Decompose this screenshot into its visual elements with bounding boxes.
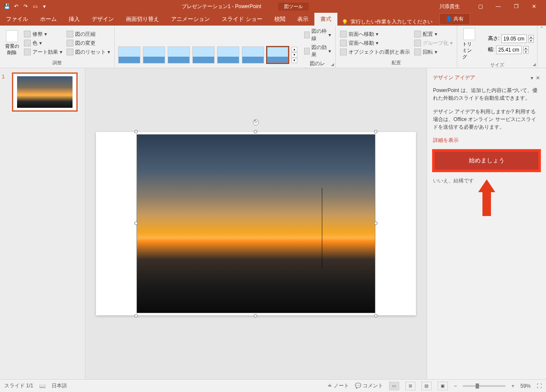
rotate-handle-icon[interactable] <box>253 119 259 125</box>
group-picture-styles: ▴▾▾ 図の枠線▾ 図の効果▾ 図のレイアウト▾ 図のスタイル ◢ <box>115 26 336 68</box>
contextual-tab-label: 図ツール <box>278 3 309 11</box>
tab-transitions[interactable]: 画面切り替え <box>120 13 165 26</box>
spin-up-icon[interactable]: ▴ <box>523 46 529 50</box>
slide-counter[interactable]: スライド 1/1 <box>4 382 33 389</box>
fit-to-window-icon[interactable]: ⛶ <box>537 383 542 389</box>
language[interactable]: 日本語 <box>52 382 67 389</box>
corrections-button[interactable]: 修整▾ <box>23 30 63 38</box>
style-thumb[interactable] <box>242 46 264 63</box>
details-link[interactable]: 詳細を表示 <box>433 137 459 144</box>
slide-canvas[interactable] <box>96 132 416 315</box>
scroll-down-icon[interactable]: ▾ <box>291 52 297 58</box>
style-thumb-selected[interactable] <box>267 46 289 63</box>
inserted-picture[interactable] <box>136 134 375 313</box>
width-spinner[interactable]: ▴▾ <box>523 46 529 54</box>
compress-pictures-button[interactable]: 図の圧縮 <box>66 30 111 38</box>
crop-button[interactable]: トリミング <box>461 27 478 61</box>
picture-border-button[interactable]: 図の枠線▾ <box>303 27 332 43</box>
user-name[interactable]: 川添貴生 <box>439 3 460 10</box>
artistic-effects-button[interactable]: アート効果▾ <box>23 48 63 56</box>
redo-icon[interactable]: ↷ <box>22 3 29 10</box>
slide-thumbnails-panel[interactable]: 1 <box>0 68 85 379</box>
style-thumb[interactable] <box>168 46 190 63</box>
start-from-beginning-icon[interactable]: ▭ <box>32 3 38 10</box>
height-spinner[interactable]: ▴▾ <box>529 35 534 43</box>
tab-format[interactable]: 書式 <box>314 13 337 26</box>
style-thumb[interactable] <box>118 46 140 63</box>
spin-down-icon[interactable]: ▾ <box>523 50 529 54</box>
color-button[interactable]: 色▾ <box>23 39 63 47</box>
pane-menu-icon[interactable]: ▾ <box>531 75 533 81</box>
align-button[interactable]: 配置▾ <box>413 30 453 38</box>
gallery-scroll[interactable]: ▴▾▾ <box>291 47 297 63</box>
tab-view[interactable]: 表示 <box>291 13 314 26</box>
resize-handle[interactable] <box>254 130 257 133</box>
align-icon <box>414 31 421 37</box>
dialog-launcher-icon[interactable]: ◢ <box>533 62 536 66</box>
reading-view-icon[interactable]: ▤ <box>421 382 432 390</box>
start-button[interactable]: 始めましょう <box>433 150 540 171</box>
slide-editor[interactable] <box>85 68 427 379</box>
change-picture-button[interactable]: 図の変更 <box>66 39 111 47</box>
share-button[interactable]: 👤 共有 <box>439 13 470 25</box>
style-thumb[interactable] <box>143 46 165 63</box>
picture-effects-button[interactable]: 図の効果▾ <box>303 43 332 59</box>
width-input[interactable] <box>496 46 522 54</box>
zoom-in-icon[interactable]: + <box>511 383 514 389</box>
ribbon-tabs: ファイル ホーム 挿入 デザイン 画面切り替え アニメーション スライド ショー… <box>0 13 546 26</box>
comments-button[interactable]: 💬 コメント <box>355 382 383 389</box>
resize-handle[interactable] <box>374 314 378 317</box>
gallery-more-icon[interactable]: ▾ <box>291 58 297 63</box>
scroll-up-icon[interactable]: ▴ <box>291 47 297 52</box>
tab-home[interactable]: ホーム <box>34 13 63 26</box>
restore-icon[interactable]: ❐ <box>508 1 525 12</box>
tell-me[interactable]: 💡 実行したい作業を入力してください <box>337 18 437 26</box>
ribbon-options-icon[interactable]: ▢ <box>472 1 489 12</box>
ribbon: 背景の 削除 修整▾ 色▾ アート効果▾ 図の圧縮 図の変更 図のリセット▾ 調… <box>0 26 546 68</box>
tab-animations[interactable]: アニメーション <box>165 13 216 26</box>
minimize-icon[interactable]: — <box>490 1 507 12</box>
undo-icon[interactable]: ↶ <box>13 3 20 10</box>
resize-handle[interactable] <box>134 130 138 133</box>
resize-handle[interactable] <box>374 130 378 133</box>
reset-picture-button[interactable]: 図のリセット▾ <box>66 48 111 56</box>
selection-pane-button[interactable]: オブジェクトの選択と表示 <box>339 48 411 56</box>
zoom-slider[interactable] <box>463 385 505 387</box>
bring-forward-button[interactable]: 前面へ移動▾ <box>339 30 411 38</box>
sorter-view-icon[interactable]: ⊞ <box>405 382 415 390</box>
tab-file[interactable]: ファイル <box>0 13 34 26</box>
collapse-ribbon-icon[interactable]: ⌃ <box>537 26 546 68</box>
resize-handle[interactable] <box>134 222 138 225</box>
style-thumb[interactable] <box>192 46 215 63</box>
zoom-level[interactable]: 59% <box>520 383 531 389</box>
rotate-icon <box>414 49 421 55</box>
resize-handle[interactable] <box>254 314 257 317</box>
dialog-launcher-icon[interactable]: ◢ <box>331 62 334 66</box>
tab-review[interactable]: 校閲 <box>268 13 291 26</box>
normal-view-icon[interactable]: ▭ <box>389 382 399 390</box>
save-icon[interactable]: 💾 <box>3 3 10 10</box>
qat-more-icon[interactable]: ▾ <box>41 3 48 10</box>
group-button[interactable]: グループ化▾ <box>413 39 453 47</box>
resize-handle[interactable] <box>374 222 378 225</box>
zoom-out-icon[interactable]: − <box>454 383 457 389</box>
group-arrange: 前面へ移動▾ 背面へ移動▾ オブジェクトの選択と表示 配置▾ グループ化▾ 回転… <box>336 26 457 68</box>
spell-check-icon[interactable]: 📖 <box>39 383 46 389</box>
height-input[interactable] <box>501 35 527 43</box>
tab-slideshow[interactable]: スライド ショー <box>216 13 268 26</box>
tab-design[interactable]: デザイン <box>86 13 120 26</box>
spin-up-icon[interactable]: ▴ <box>529 35 534 39</box>
pane-close-icon[interactable]: ✕ <box>536 75 540 81</box>
remove-background-button[interactable]: 背景の 削除 <box>3 29 20 57</box>
notes-button[interactable]: ≐ ノート <box>328 382 349 389</box>
spin-down-icon[interactable]: ▾ <box>529 39 534 43</box>
resize-handle[interactable] <box>134 314 138 317</box>
send-backward-button[interactable]: 背面へ移動▾ <box>339 39 411 47</box>
picture-styles-gallery[interactable]: ▴▾▾ <box>118 46 297 63</box>
rotate-button[interactable]: 回転▾ <box>413 48 453 56</box>
slideshow-view-icon[interactable]: ▣ <box>438 382 448 390</box>
close-icon[interactable]: ✕ <box>526 1 543 12</box>
style-thumb[interactable] <box>217 46 239 63</box>
dropdown-icon: ▾ <box>107 49 110 55</box>
tab-insert[interactable]: 挿入 <box>63 13 86 26</box>
